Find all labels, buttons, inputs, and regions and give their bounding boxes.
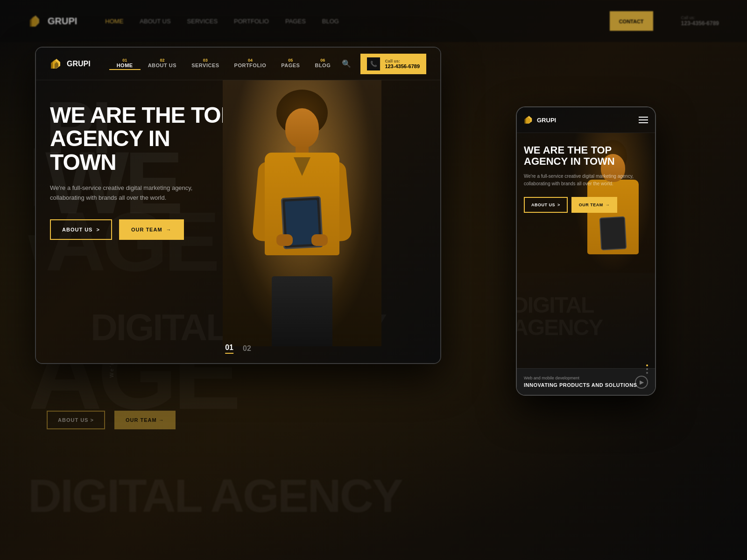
mobile-service-title: INNOVATING PRODUCTS AND SOLUTIONS	[524, 382, 648, 388]
mobile-inner: DIGITAL AGENCY GRUPI WE ARE THE TOP	[517, 107, 655, 395]
woman-figure	[223, 80, 381, 346]
nav-home[interactable]: 01 HOME	[109, 58, 141, 70]
mobile-hero-heading: WE ARE THE TOP AGENCY IN TOWN	[524, 145, 648, 167]
mobile-bottom-icon[interactable]: ▶	[635, 376, 648, 389]
bg-nav: HOME ABOUT US SERVICES PORTFOLIO PAGES B…	[105, 18, 339, 25]
mobile-nav: GRUPI	[517, 107, 655, 133]
bg-buttons: ABOUT US > OUR TEAM →	[47, 411, 176, 429]
mobile-hero: WE ARE THE TOP AGENCY IN TOWN We're a fu…	[517, 133, 655, 220]
nav-pages[interactable]: 05 PAGES	[274, 58, 307, 70]
phone-text: Call us: 123-4356-6789	[385, 59, 420, 69]
mobile-hero-buttons: ABOUT US > OUR TEAM →	[524, 197, 648, 213]
desktop-hero: WE ARE THE TOP AGENCY IN TOWN We're a fu…	[36, 80, 251, 254]
desktop-logo: GRUPI	[50, 57, 91, 70]
background-topbar: GRUPI HOME ABOUT US SERVICES PORTFOLIO P…	[0, 0, 747, 42]
phone-icon: 📞	[367, 57, 380, 70]
bg-cta: CONTACT	[610, 11, 653, 31]
mobile-hamburger-button[interactable]	[639, 117, 648, 123]
desktop-nav: GRUPI 01 HOME 02 ABOUT US 03 SERVICES 04	[36, 48, 440, 80]
desktop-about-button[interactable]: ABOUT US >	[50, 219, 112, 240]
mobile-scroll-dots	[646, 364, 648, 374]
search-button[interactable]: 🔍	[342, 59, 351, 68]
mobile-about-button[interactable]: ABOUT US >	[524, 197, 568, 213]
mobile-dot-2	[646, 368, 648, 370]
mobile-logo: GRUPI	[524, 115, 556, 125]
desktop-hero-image	[223, 80, 381, 346]
bg-logo: GRUPI	[28, 14, 77, 28]
slide-indicator: 01 02	[225, 343, 251, 354]
mobile-team-button[interactable]: OUR TEAM →	[571, 197, 618, 213]
desktop-hero-subtext: We're a full-service creative digital ma…	[50, 183, 199, 203]
desktop-nav-links: 01 HOME 02 ABOUT US 03 SERVICES 04 PORTF…	[109, 58, 338, 70]
mobile-mockup: DIGITAL AGENCY GRUPI WE ARE THE TOP	[516, 106, 656, 396]
mobile-dot-3	[646, 372, 648, 374]
nav-services[interactable]: 03 SERVICES	[184, 58, 226, 70]
desktop-team-button[interactable]: OUR TEAM →	[119, 219, 184, 240]
bg-bottom-watermark: DIGITAL AGENCY	[28, 469, 402, 523]
mobile-bottom-section: Web and mobile development INNOVATING PR…	[517, 368, 655, 395]
nav-about[interactable]: 02 ABOUT US	[141, 58, 184, 70]
desktop-inner: PI WE AGE DIGITAL AGENCY GRUPI 01	[36, 48, 440, 363]
desktop-hero-buttons: ABOUT US > OUR TEAM →	[50, 219, 237, 240]
desktop-mockup: PI WE AGE DIGITAL AGENCY GRUPI 01	[35, 47, 441, 364]
mobile-service-label: Web and mobile development	[524, 376, 648, 380]
mobile-hero-subtext: We're a full-service creative digital ma…	[524, 173, 648, 188]
desktop-nav-right: 🔍 📞 Call us: 123-4356-6789	[342, 54, 426, 74]
mobile-dot-1	[646, 364, 648, 366]
desktop-hero-heading: WE ARE THE TOP AGENCY IN TOWN	[50, 104, 237, 174]
cta-phone-group[interactable]: 📞 Call us: 123-4356-6789	[360, 54, 426, 74]
nav-blog[interactable]: 06 BLOG	[307, 58, 338, 70]
nav-portfolio[interactable]: 04 PORTFOLIO	[227, 58, 274, 70]
bg-phone: Call us: 123-4356-6789	[681, 15, 719, 27]
